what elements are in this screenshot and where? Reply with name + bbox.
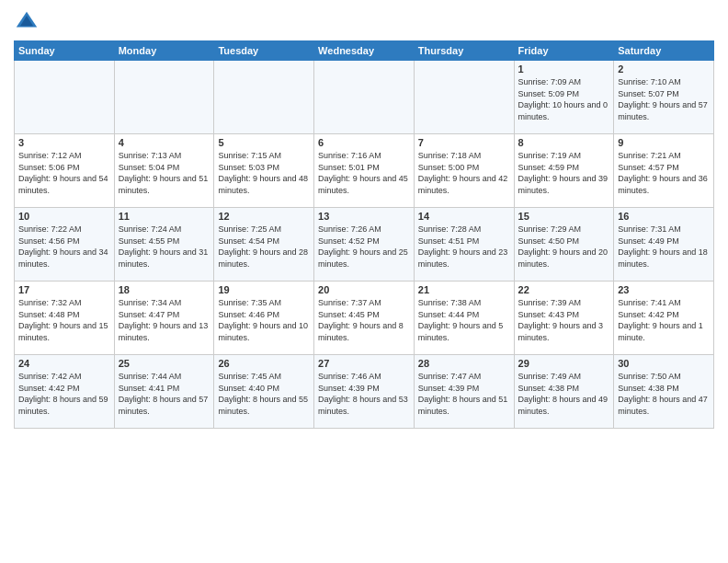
day-number: 24 [18, 358, 110, 369]
calendar-cell: 5Sunrise: 7:15 AM Sunset: 5:03 PM Daylig… [214, 134, 314, 208]
calendar-cell: 10Sunrise: 7:22 AM Sunset: 4:56 PM Dayli… [15, 208, 115, 282]
day-info: Sunrise: 7:47 AM Sunset: 4:39 PM Dayligh… [418, 371, 510, 417]
page-container: SundayMondayTuesdayWednesdayThursdayFrid… [0, 0, 728, 433]
day-number: 26 [218, 358, 310, 369]
day-number: 14 [418, 211, 510, 222]
weekday-header-thursday: Thursday [414, 41, 514, 61]
day-number: 1 [518, 63, 610, 75]
day-info: Sunrise: 7:49 AM Sunset: 4:38 PM Dayligh… [518, 371, 610, 417]
day-number: 20 [318, 284, 410, 295]
calendar-week-4: 17Sunrise: 7:32 AM Sunset: 4:48 PM Dayli… [15, 282, 714, 355]
day-number: 6 [318, 137, 410, 148]
day-info: Sunrise: 7:15 AM Sunset: 5:03 PM Dayligh… [218, 150, 310, 196]
calendar-week-1: 1Sunrise: 7:09 AM Sunset: 5:09 PM Daylig… [15, 61, 714, 134]
calendar-cell: 17Sunrise: 7:32 AM Sunset: 4:48 PM Dayli… [15, 282, 115, 355]
calendar-cell: 14Sunrise: 7:28 AM Sunset: 4:51 PM Dayli… [414, 208, 514, 282]
calendar-cell: 1Sunrise: 7:09 AM Sunset: 5:09 PM Daylig… [514, 61, 614, 134]
calendar-cell: 27Sunrise: 7:46 AM Sunset: 4:39 PM Dayli… [314, 355, 415, 429]
day-info: Sunrise: 7:28 AM Sunset: 4:51 PM Dayligh… [418, 224, 510, 270]
calendar-cell: 24Sunrise: 7:42 AM Sunset: 4:42 PM Dayli… [15, 355, 115, 429]
weekday-header-saturday: Saturday [614, 41, 714, 61]
calendar-cell: 15Sunrise: 7:29 AM Sunset: 4:50 PM Dayli… [514, 208, 614, 282]
calendar-cell [314, 61, 415, 134]
day-info: Sunrise: 7:39 AM Sunset: 4:43 PM Dayligh… [518, 297, 610, 343]
day-number: 28 [418, 358, 510, 369]
day-info: Sunrise: 7:38 AM Sunset: 4:44 PM Dayligh… [418, 297, 510, 343]
day-number: 3 [18, 137, 110, 148]
day-info: Sunrise: 7:10 AM Sunset: 5:07 PM Dayligh… [618, 76, 710, 122]
day-number: 13 [318, 211, 410, 222]
calendar-cell: 18Sunrise: 7:34 AM Sunset: 4:47 PM Dayli… [114, 282, 214, 355]
day-info: Sunrise: 7:16 AM Sunset: 5:01 PM Dayligh… [318, 150, 410, 196]
day-info: Sunrise: 7:13 AM Sunset: 5:04 PM Dayligh… [119, 150, 210, 196]
calendar-cell: 3Sunrise: 7:12 AM Sunset: 5:06 PM Daylig… [15, 134, 115, 208]
calendar-cell [114, 61, 214, 134]
day-info: Sunrise: 7:44 AM Sunset: 4:41 PM Dayligh… [119, 371, 210, 417]
calendar-cell [15, 61, 115, 134]
calendar-cell: 30Sunrise: 7:50 AM Sunset: 4:38 PM Dayli… [614, 355, 714, 429]
day-number: 7 [418, 137, 510, 148]
weekday-header-friday: Friday [514, 41, 614, 61]
day-number: 5 [218, 137, 310, 148]
day-info: Sunrise: 7:42 AM Sunset: 4:42 PM Dayligh… [18, 371, 110, 417]
calendar-cell: 6Sunrise: 7:16 AM Sunset: 5:01 PM Daylig… [314, 134, 415, 208]
calendar-cell: 23Sunrise: 7:41 AM Sunset: 4:42 PM Dayli… [614, 282, 714, 355]
logo-icon [14, 9, 40, 35]
calendar-week-2: 3Sunrise: 7:12 AM Sunset: 5:06 PM Daylig… [15, 134, 714, 208]
weekday-header-monday: Monday [114, 41, 214, 61]
day-info: Sunrise: 7:45 AM Sunset: 4:40 PM Dayligh… [218, 371, 310, 417]
day-info: Sunrise: 7:19 AM Sunset: 4:59 PM Dayligh… [518, 150, 610, 196]
calendar-cell: 2Sunrise: 7:10 AM Sunset: 5:07 PM Daylig… [614, 61, 714, 134]
calendar-cell: 29Sunrise: 7:49 AM Sunset: 4:38 PM Dayli… [514, 355, 614, 429]
calendar-cell: 20Sunrise: 7:37 AM Sunset: 4:45 PM Dayli… [314, 282, 415, 355]
day-info: Sunrise: 7:46 AM Sunset: 4:39 PM Dayligh… [318, 371, 410, 417]
day-number: 19 [218, 284, 310, 295]
day-number: 12 [218, 211, 310, 222]
day-info: Sunrise: 7:29 AM Sunset: 4:50 PM Dayligh… [518, 224, 610, 270]
day-number: 21 [418, 284, 510, 295]
calendar-week-3: 10Sunrise: 7:22 AM Sunset: 4:56 PM Dayli… [15, 208, 714, 282]
calendar-cell: 16Sunrise: 7:31 AM Sunset: 4:49 PM Dayli… [614, 208, 714, 282]
day-info: Sunrise: 7:31 AM Sunset: 4:49 PM Dayligh… [618, 224, 710, 270]
day-number: 27 [318, 358, 410, 369]
day-number: 11 [119, 211, 210, 222]
day-info: Sunrise: 7:35 AM Sunset: 4:46 PM Dayligh… [218, 297, 310, 343]
calendar-cell: 28Sunrise: 7:47 AM Sunset: 4:39 PM Dayli… [414, 355, 514, 429]
day-number: 23 [618, 284, 710, 295]
day-number: 2 [618, 63, 710, 75]
calendar-cell: 8Sunrise: 7:19 AM Sunset: 4:59 PM Daylig… [514, 134, 614, 208]
header [14, 9, 714, 35]
day-info: Sunrise: 7:22 AM Sunset: 4:56 PM Dayligh… [18, 224, 110, 270]
day-number: 18 [119, 284, 210, 295]
calendar-cell: 26Sunrise: 7:45 AM Sunset: 4:40 PM Dayli… [214, 355, 314, 429]
day-number: 9 [618, 137, 710, 148]
calendar-cell [214, 61, 314, 134]
day-info: Sunrise: 7:41 AM Sunset: 4:42 PM Dayligh… [618, 297, 710, 343]
day-info: Sunrise: 7:09 AM Sunset: 5:09 PM Dayligh… [518, 76, 610, 122]
day-info: Sunrise: 7:32 AM Sunset: 4:48 PM Dayligh… [18, 297, 110, 343]
day-number: 17 [18, 284, 110, 295]
calendar-cell: 22Sunrise: 7:39 AM Sunset: 4:43 PM Dayli… [514, 282, 614, 355]
day-info: Sunrise: 7:26 AM Sunset: 4:52 PM Dayligh… [318, 224, 410, 270]
weekday-header-wednesday: Wednesday [314, 41, 415, 61]
day-info: Sunrise: 7:18 AM Sunset: 5:00 PM Dayligh… [418, 150, 510, 196]
day-number: 29 [518, 358, 610, 369]
day-info: Sunrise: 7:50 AM Sunset: 4:38 PM Dayligh… [618, 371, 710, 417]
day-number: 10 [18, 211, 110, 222]
calendar-week-5: 24Sunrise: 7:42 AM Sunset: 4:42 PM Dayli… [15, 355, 714, 429]
day-number: 15 [518, 211, 610, 222]
day-info: Sunrise: 7:37 AM Sunset: 4:45 PM Dayligh… [318, 297, 410, 343]
day-info: Sunrise: 7:12 AM Sunset: 5:06 PM Dayligh… [18, 150, 110, 196]
calendar-cell: 4Sunrise: 7:13 AM Sunset: 5:04 PM Daylig… [114, 134, 214, 208]
day-number: 22 [518, 284, 610, 295]
weekday-header-tuesday: Tuesday [214, 41, 314, 61]
day-info: Sunrise: 7:25 AM Sunset: 4:54 PM Dayligh… [218, 224, 310, 270]
calendar-cell: 19Sunrise: 7:35 AM Sunset: 4:46 PM Dayli… [214, 282, 314, 355]
calendar-cell: 13Sunrise: 7:26 AM Sunset: 4:52 PM Dayli… [314, 208, 415, 282]
calendar-cell: 11Sunrise: 7:24 AM Sunset: 4:55 PM Dayli… [114, 208, 214, 282]
day-number: 16 [618, 211, 710, 222]
calendar-table: SundayMondayTuesdayWednesdayThursdayFrid… [14, 40, 714, 429]
day-number: 25 [119, 358, 210, 369]
calendar-cell: 25Sunrise: 7:44 AM Sunset: 4:41 PM Dayli… [114, 355, 214, 429]
calendar-cell: 12Sunrise: 7:25 AM Sunset: 4:54 PM Dayli… [214, 208, 314, 282]
